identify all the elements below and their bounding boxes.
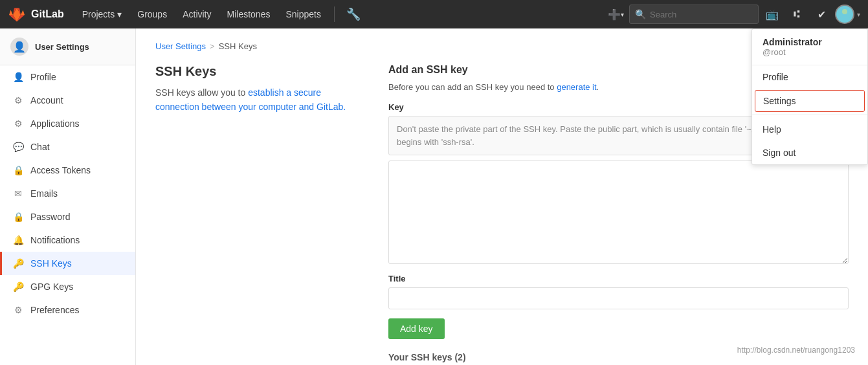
sidebar-item-label: Chat bbox=[30, 142, 50, 152]
user-avatar-dropdown[interactable]: ▾ bbox=[835, 5, 860, 24]
sidebar-item-profile[interactable]: 👤 Profile bbox=[0, 65, 135, 89]
title-label: Title bbox=[388, 274, 849, 283]
broadcast-icon[interactable]: 📺 bbox=[761, 3, 783, 25]
password-icon: 🔒 bbox=[12, 212, 24, 222]
establish-link[interactable]: establish a secure connection between yo… bbox=[155, 87, 346, 112]
content-columns: SSH Keys SSH keys allow you to establish… bbox=[155, 64, 849, 362]
page-title: SSH Keys bbox=[155, 64, 362, 79]
breadcrumb-current: SSH Keys bbox=[219, 41, 257, 51]
preferences-icon: ⚙ bbox=[12, 305, 24, 315]
issues-icon[interactable]: ✔ bbox=[810, 3, 832, 25]
applications-icon: ⚙ bbox=[12, 118, 24, 129]
chevron-down-icon: ▾ bbox=[117, 9, 122, 19]
sidebar-item-chat[interactable]: 💬 Chat bbox=[0, 135, 135, 159]
sidebar-user-icon: 👤 bbox=[10, 38, 28, 56]
sidebar-item-label: Password bbox=[30, 212, 70, 222]
dropdown-profile-link[interactable]: Profile bbox=[752, 65, 867, 89]
breadcrumb-parent-link[interactable]: User Settings bbox=[155, 41, 206, 51]
sidebar-item-label: Preferences bbox=[30, 305, 79, 315]
sidebar-item-applications[interactable]: ⚙ Applications bbox=[0, 112, 135, 135]
nav-divider bbox=[334, 6, 335, 22]
sidebar-item-gpg-keys[interactable]: 🔑 GPG Keys bbox=[0, 275, 135, 298]
sidebar-item-notifications[interactable]: 🔔 Notifications bbox=[0, 228, 135, 252]
sidebar-item-password[interactable]: 🔒 Password bbox=[0, 205, 135, 228]
sidebar-item-label: SSH Keys bbox=[30, 258, 72, 269]
svg-point-0 bbox=[842, 9, 847, 14]
main-layout: 👤 User Settings 👤 Profile ⚙ Account ⚙ Ap… bbox=[0, 28, 868, 365]
sidebar-item-label: GPG Keys bbox=[30, 282, 73, 292]
generate-link[interactable]: generate it bbox=[557, 82, 596, 92]
nav-snippets[interactable]: Snippets bbox=[278, 0, 328, 28]
account-icon: ⚙ bbox=[12, 95, 24, 105]
add-button[interactable]: ➕ ▾ bbox=[605, 3, 627, 25]
sidebar-header: 👤 User Settings bbox=[0, 28, 135, 65]
breadcrumb: User Settings > SSH Keys bbox=[155, 41, 849, 51]
left-column: SSH Keys SSH keys allow you to establish… bbox=[155, 64, 362, 362]
sidebar-item-ssh-keys[interactable]: 🔑 SSH Keys bbox=[0, 252, 135, 275]
nav-projects[interactable]: Projects ▾ bbox=[74, 0, 130, 28]
dropdown-handle: @root bbox=[762, 47, 857, 57]
add-key-button[interactable]: Add key bbox=[388, 318, 445, 339]
search-box[interactable]: 🔍 bbox=[629, 5, 759, 24]
admin-wrench-icon[interactable]: 🔧 bbox=[340, 7, 367, 21]
sidebar-item-access-tokens[interactable]: 🔒 Access Tokens bbox=[0, 159, 135, 182]
sidebar-item-label: Account bbox=[30, 95, 63, 105]
user-avatar[interactable] bbox=[835, 5, 854, 24]
sidebar-item-label: Applications bbox=[30, 118, 80, 129]
nav-activity[interactable]: Activity bbox=[175, 0, 219, 28]
title-input[interactable] bbox=[388, 287, 849, 309]
logo-text: GitLab bbox=[31, 8, 64, 20]
chat-icon: 💬 bbox=[12, 142, 24, 152]
dropdown-settings-link[interactable]: Settings bbox=[755, 90, 865, 112]
dropdown-sign-out-link[interactable]: Sign out bbox=[752, 141, 867, 164]
dropdown-username: Administrator bbox=[762, 37, 857, 47]
notification-icon: 🔔 bbox=[12, 235, 24, 245]
sidebar-item-label: Notifications bbox=[30, 235, 80, 245]
avatar-chevron-icon: ▾ bbox=[857, 11, 860, 18]
sidebar-title: User Settings bbox=[35, 42, 89, 52]
watermark-text: http://blog.csdn.net/ruangong1203 bbox=[737, 346, 855, 355]
sidebar-item-label: Access Tokens bbox=[30, 165, 91, 175]
sidebar-item-account[interactable]: ⚙ Account bbox=[0, 89, 135, 112]
user-dropdown-menu: Administrator @root Profile Settings Hel… bbox=[751, 28, 868, 165]
dropdown-divider bbox=[752, 115, 867, 115]
merge-requests-icon[interactable]: ⑆ bbox=[786, 3, 808, 25]
email-icon: ✉ bbox=[12, 188, 24, 199]
sidebar: 👤 User Settings 👤 Profile ⚙ Account ⚙ Ap… bbox=[0, 28, 136, 365]
sidebar-item-label: Profile bbox=[30, 72, 56, 82]
gpg-key-icon: 🔑 bbox=[12, 282, 24, 292]
topnav-right: ➕ ▾ 🔍 📺 ⑆ ✔ ▾ bbox=[605, 3, 860, 25]
nav-groups[interactable]: Groups bbox=[129, 0, 175, 28]
search-icon: 🔍 bbox=[635, 9, 646, 19]
search-input[interactable] bbox=[650, 10, 759, 19]
gitlab-logo[interactable]: GitLab bbox=[8, 5, 64, 23]
nav-links: Projects ▾ Groups Activity Milestones Sn… bbox=[74, 0, 605, 28]
add-ssh-desc-suffix: . bbox=[597, 82, 599, 92]
dropdown-user-info: Administrator @root bbox=[752, 29, 867, 65]
top-navigation: GitLab Projects ▾ Groups Activity Milest… bbox=[0, 0, 868, 28]
add-ssh-desc-prefix: Before you can add an SSH key you need t… bbox=[388, 82, 557, 92]
sidebar-item-label: Emails bbox=[30, 188, 58, 199]
nav-milestones[interactable]: Milestones bbox=[219, 0, 278, 28]
dropdown-help-link[interactable]: Help bbox=[752, 118, 867, 141]
key-textarea[interactable] bbox=[388, 160, 849, 264]
sidebar-item-preferences[interactable]: ⚙ Preferences bbox=[0, 298, 135, 322]
profile-icon: 👤 bbox=[12, 72, 24, 82]
breadcrumb-separator: > bbox=[210, 41, 215, 51]
ssh-key-icon: 🔑 bbox=[12, 258, 24, 269]
access-token-icon: 🔒 bbox=[12, 165, 24, 175]
page-description: SSH keys allow you to establish a secure… bbox=[155, 85, 362, 115]
sidebar-item-emails[interactable]: ✉ Emails bbox=[0, 182, 135, 205]
